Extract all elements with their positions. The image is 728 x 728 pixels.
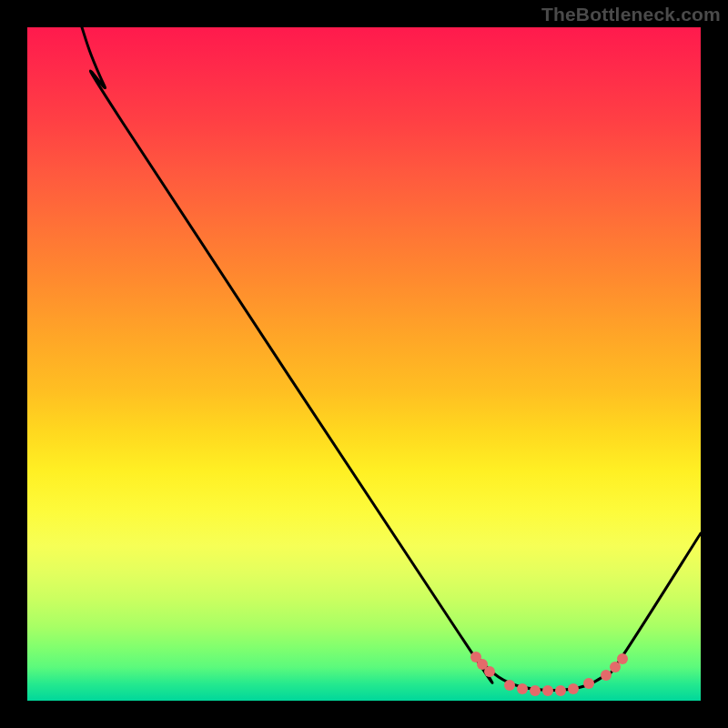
data-dot	[542, 685, 553, 696]
data-dot	[530, 685, 541, 696]
data-dot	[517, 683, 528, 694]
data-dot	[610, 662, 621, 672]
data-dot	[504, 680, 515, 691]
watermark-text: TheBottleneck.com	[541, 4, 721, 25]
curve-chart	[27, 27, 701, 701]
plot-area	[27, 27, 701, 701]
data-dot	[583, 678, 594, 689]
data-dot	[484, 666, 495, 677]
chart-frame: TheBottleneck.com	[0, 0, 728, 728]
data-dot	[617, 653, 628, 664]
data-dot	[555, 685, 566, 696]
data-dot	[601, 670, 612, 681]
bottleneck-curve	[82, 27, 701, 691]
data-dot	[568, 683, 579, 694]
